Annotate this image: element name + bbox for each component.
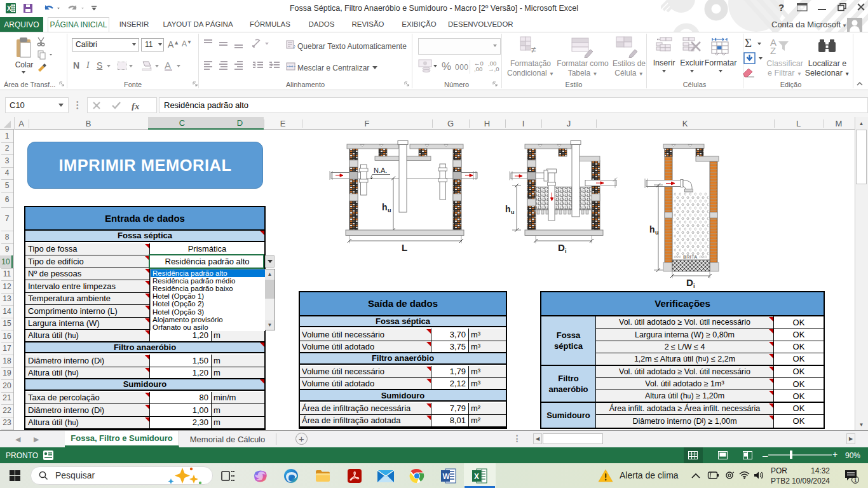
svg-text:fx: fx bbox=[132, 101, 140, 111]
svg-text:u: u bbox=[655, 229, 659, 236]
svg-text:u: u bbox=[388, 207, 391, 214]
svg-text:u: u bbox=[511, 209, 515, 215]
svg-text:BRITA: BRITA bbox=[683, 255, 698, 259]
svg-text:1: 1 bbox=[854, 477, 857, 484]
svg-text:≠: ≠ bbox=[531, 44, 536, 55]
svg-text:h: h bbox=[505, 204, 511, 214]
svg-text:i: i bbox=[565, 248, 567, 254]
svg-text:D: D bbox=[686, 277, 693, 288]
svg-text:i: i bbox=[693, 283, 695, 289]
svg-text:X: X bbox=[474, 472, 479, 481]
svg-text:h: h bbox=[649, 224, 655, 234]
svg-text:h: h bbox=[382, 202, 388, 212]
svg-text:L: L bbox=[402, 242, 407, 253]
svg-text:D: D bbox=[558, 242, 565, 253]
svg-text:N.A.: N.A. bbox=[374, 166, 387, 174]
svg-text:W: W bbox=[443, 472, 451, 481]
